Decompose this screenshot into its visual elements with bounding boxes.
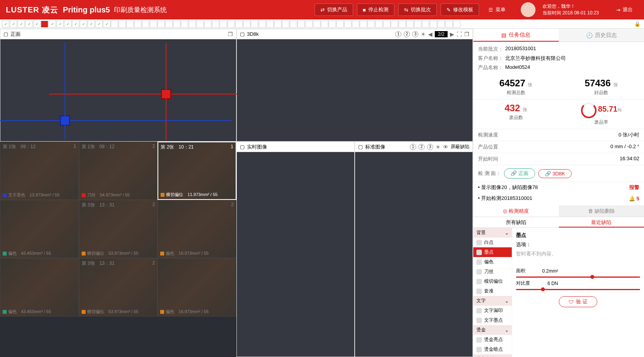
status-cell[interactable]: [344, 21, 352, 28]
hide-defect-label[interactable]: 屏蔽缺陷: [451, 144, 469, 150]
defect-thumbnail[interactable]: 第 3张 13：312 横切偏位 53.973mm² / 55: [79, 200, 158, 258]
status-cell[interactable]: ✓: [88, 21, 95, 28]
status-cell[interactable]: [259, 21, 266, 28]
realtime-canvas[interactable]: [237, 152, 354, 357]
contrast-slider[interactable]: 对比度 6 DN: [516, 278, 640, 289]
subtab-delete[interactable]: 🗑缺陷删除: [559, 205, 644, 217]
defect-thumbnail[interactable]: 偏色 43.453mm² / 55: [0, 200, 79, 258]
status-cell-active[interactable]: [41, 21, 48, 28]
status-cell[interactable]: [445, 21, 453, 28]
copy-icon[interactable]: ❐: [228, 31, 233, 37]
defect-item-ink[interactable]: 墨点: [473, 247, 512, 257]
menu-button[interactable]: ☰菜单: [483, 4, 511, 16]
status-cell[interactable]: [150, 21, 157, 28]
status-cell[interactable]: [375, 21, 383, 28]
exit-button[interactable]: ⇥退出: [611, 4, 638, 16]
defect-thumbnail[interactable]: 偏色 16.973mm² / 55: [158, 258, 236, 317]
defect-thumbnail[interactable]: 第 1张 09：121 文字墨色 13.973mm² / 55: [0, 142, 79, 200]
status-cell[interactable]: [204, 21, 212, 28]
defect-item-text-miss[interactable]: 文字漏印: [473, 306, 512, 315]
zoom-3-icon[interactable]: 3: [427, 144, 433, 150]
zoom-1-icon[interactable]: 1: [410, 144, 416, 150]
lock-icon[interactable]: 🔒: [634, 21, 642, 27]
status-cell[interactable]: [266, 21, 274, 28]
status-cell[interactable]: [391, 21, 398, 28]
status-cell[interactable]: [111, 21, 118, 28]
copy-icon[interactable]: ❐: [464, 31, 469, 37]
status-cell[interactable]: ✓: [80, 21, 87, 28]
status-cell[interactable]: [119, 21, 126, 28]
status-cell[interactable]: ✓: [72, 21, 79, 28]
defect-group-other[interactable]: 其它名称⌄: [473, 354, 512, 357]
defect-item-register[interactable]: 套准: [473, 286, 512, 296]
verify-button[interactable]: 🛡验 证: [559, 296, 597, 307]
status-cell[interactable]: [243, 21, 250, 28]
defect-group-text[interactable]: 文字⌄: [473, 296, 512, 306]
face-3d-button[interactable]: 🔗 3D8K: [538, 169, 572, 178]
switch-product-button[interactable]: ⇄切换产品: [315, 4, 353, 16]
status-cell[interactable]: [189, 21, 196, 28]
next-icon[interactable]: ▶: [450, 31, 454, 37]
contrast-track[interactable]: [516, 289, 640, 290]
status-cell[interactable]: [165, 21, 173, 28]
fullscreen-icon[interactable]: ⛶: [457, 31, 462, 37]
status-cell[interactable]: ✓: [18, 21, 25, 28]
status-cell[interactable]: [383, 21, 390, 28]
status-cell[interactable]: [134, 21, 142, 28]
zoom-1-icon[interactable]: 1: [395, 31, 401, 37]
status-cell[interactable]: [126, 21, 134, 28]
defect-group-bg[interactable]: 背景⌄: [473, 228, 512, 238]
status-cell[interactable]: [453, 21, 460, 28]
status-cell[interactable]: [313, 21, 320, 28]
status-cell[interactable]: [228, 21, 235, 28]
status-cell[interactable]: ✓: [64, 21, 72, 28]
status-cell[interactable]: ✓: [49, 21, 56, 28]
face-front-button[interactable]: 🔗 正面: [504, 168, 535, 178]
status-cell[interactable]: [422, 21, 429, 28]
zoom-3-icon[interactable]: 3: [412, 31, 418, 37]
status-cell[interactable]: [181, 21, 188, 28]
status-cell[interactable]: [142, 21, 149, 28]
status-cell[interactable]: [336, 21, 344, 28]
status-cell[interactable]: [406, 21, 414, 28]
area-track[interactable]: [516, 276, 640, 278]
eye-icon[interactable]: 👁: [443, 144, 448, 150]
status-cell[interactable]: ✓: [33, 21, 40, 28]
defect-tab-all[interactable]: 所有缺陷: [473, 217, 559, 228]
brightness-icon[interactable]: ☀: [421, 31, 426, 37]
defect-item-white[interactable]: 白点: [473, 238, 512, 247]
defect-tab-recent[interactable]: 最近缺陷: [559, 217, 644, 228]
status-cell[interactable]: [368, 21, 375, 28]
brightness-icon[interactable]: ☀: [436, 144, 441, 150]
status-cell[interactable]: [212, 21, 219, 28]
defect-thumbnail[interactable]: 第 3张 13：312 横切偏位 53.973mm² / 55: [79, 258, 158, 317]
status-cell[interactable]: ✓: [2, 21, 9, 28]
defect-item-text-ink[interactable]: 文字墨点: [473, 315, 512, 325]
defect-item-foil-dark[interactable]: 烫金暗点: [473, 345, 512, 354]
defect-thumbnail[interactable]: 第 1张 09：122 刀丝 54.973mm² / 55: [79, 142, 158, 200]
status-cell[interactable]: [282, 21, 289, 28]
area-slider[interactable]: 面积 0.2mm²: [516, 265, 640, 276]
tab-history[interactable]: 🕘历史日志: [559, 29, 644, 42]
status-cell[interactable]: [173, 21, 180, 28]
defect-thumbnail[interactable]: 偏色 43.453mm² / 55: [0, 258, 79, 317]
status-cell[interactable]: [360, 21, 367, 28]
status-cell[interactable]: [196, 21, 204, 28]
status-cell[interactable]: [274, 21, 282, 28]
zoom-2-icon[interactable]: 2: [418, 144, 425, 150]
status-cell[interactable]: [298, 21, 305, 28]
standard-canvas[interactable]: [355, 152, 472, 357]
defect-group-foil[interactable]: 烫金⌄: [473, 325, 512, 335]
switch-batch-button[interactable]: ⇆切换批次: [398, 4, 437, 16]
status-cell[interactable]: [158, 21, 165, 28]
status-cell[interactable]: [305, 21, 313, 28]
status-cell[interactable]: [430, 21, 437, 28]
defect-item-diecut[interactable]: 模切偏位: [473, 276, 512, 286]
status-cell[interactable]: ✓: [103, 21, 110, 28]
3d-canvas[interactable]: [237, 39, 472, 141]
defect-item-color[interactable]: 偏色: [473, 257, 512, 267]
defect-item-knife[interactable]: 刀丝: [473, 267, 512, 276]
status-cell[interactable]: ✓: [25, 21, 33, 28]
status-cell[interactable]: [251, 21, 258, 28]
status-cell[interactable]: [399, 21, 406, 28]
